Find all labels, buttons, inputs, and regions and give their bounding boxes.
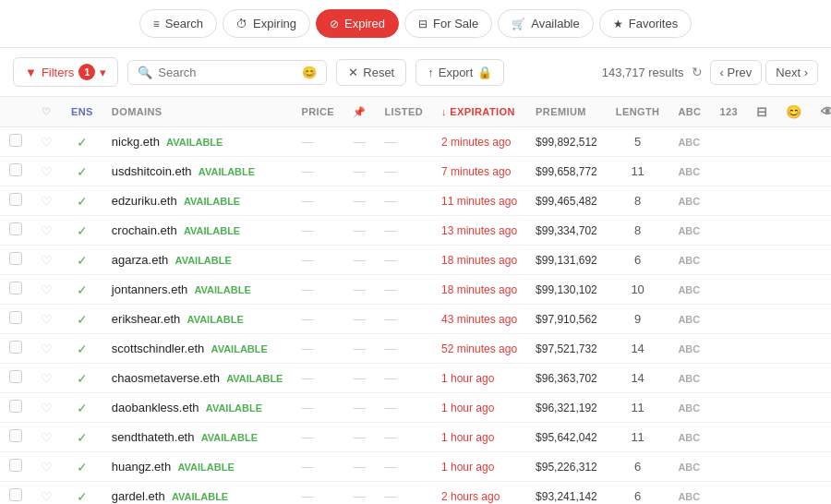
col-expiration[interactable]: ↓ EXPIRATION xyxy=(432,97,526,127)
row-domain-name[interactable]: erikshear.eth xyxy=(112,312,180,326)
row-checkbox[interactable] xyxy=(9,311,22,324)
row-eye-cell xyxy=(812,275,831,305)
next-button[interactable]: Next › xyxy=(765,60,818,85)
row-heart-icon[interactable]: ♡ xyxy=(41,223,53,238)
tab-favorites[interactable]: ★ Favorites xyxy=(599,9,692,38)
reset-button[interactable]: ✕ Reset xyxy=(336,59,406,86)
row-length-cell: 6 xyxy=(607,246,669,275)
row-checkbox[interactable] xyxy=(9,282,22,294)
col-price[interactable]: PRICE xyxy=(292,97,343,127)
prev-button[interactable]: ‹ Prev xyxy=(710,60,763,85)
row-domain-name[interactable]: jontanners.eth xyxy=(112,282,187,296)
row-length-value: 8 xyxy=(634,194,641,208)
export-button[interactable]: ↑ Export 🔒 xyxy=(416,59,504,86)
row-heart-icon[interactable]: ♡ xyxy=(41,371,53,386)
tab-expired[interactable]: ⊘ Expired xyxy=(316,9,399,38)
row-checkbox[interactable] xyxy=(9,341,22,354)
row-abc-cell: ABC xyxy=(668,393,710,423)
row-expiration-cell: 2 minutes ago xyxy=(432,127,526,157)
row-checkbox[interactable] xyxy=(9,252,22,265)
export-icon: ↑ xyxy=(428,66,434,79)
row-domain-name[interactable]: agarza.eth xyxy=(112,253,168,267)
table-row: ♡ ✓ huangz.eth AVAILABLE — — — 1 hour ag… xyxy=(0,452,831,482)
row-checkbox[interactable] xyxy=(9,222,22,235)
row-checkbox[interactable] xyxy=(9,429,22,442)
row-premium-value: $96,321,192 xyxy=(536,402,597,414)
row-abc-cell: ABC xyxy=(668,364,710,393)
row-checkbox[interactable] xyxy=(9,400,22,413)
tab-expiring[interactable]: ⏱ Expiring xyxy=(223,9,310,38)
row-checkbox[interactable] xyxy=(9,134,22,147)
row-heart-icon[interactable]: ♡ xyxy=(41,282,53,297)
tab-expired-label: Expired xyxy=(344,17,385,30)
filter-button[interactable]: ▼ Filters 1 ▾ xyxy=(13,57,118,87)
row-heart-icon[interactable]: ♡ xyxy=(41,312,53,327)
row-domain-name[interactable]: chaosmetaverse.eth xyxy=(112,371,220,385)
refresh-icon[interactable]: ↻ xyxy=(692,65,703,79)
row-heart-cell: ♡ xyxy=(31,246,62,275)
emoji-picker-icon[interactable]: 😊 xyxy=(302,66,317,79)
row-checkbox[interactable] xyxy=(9,488,22,501)
row-domain-name[interactable]: daobankless.eth xyxy=(112,401,199,414)
col-emoji[interactable]: 😊 xyxy=(777,97,811,127)
row-premium-value: $97,910,562 xyxy=(536,313,597,326)
row-abc-value: ABC xyxy=(678,166,700,177)
row-heart-icon[interactable]: ♡ xyxy=(41,430,53,445)
expired-icon: ⊘ xyxy=(330,18,339,30)
row-abc-value: ABC xyxy=(678,432,700,443)
row-checkbox[interactable] xyxy=(9,193,22,206)
row-heart-icon[interactable]: ♡ xyxy=(41,460,53,474)
row-heart-icon[interactable]: ♡ xyxy=(41,135,53,150)
row-domain-name[interactable]: crochain.eth xyxy=(112,223,177,237)
row-emoji-cell xyxy=(777,305,811,334)
row-listed: — xyxy=(384,312,396,326)
row-eye-cell xyxy=(812,216,831,246)
row-checkbox[interactable] xyxy=(9,163,22,176)
table-row: ♡ ✓ sendthateth.eth AVAILABLE — — — 1 ho… xyxy=(0,423,831,452)
search-icon: ≡ xyxy=(153,18,160,30)
row-domain-name[interactable]: usdshitcoin.eth xyxy=(112,164,192,178)
row-domain-name[interactable]: nickg.eth xyxy=(112,135,160,149)
row-pin-cell: — xyxy=(343,393,375,423)
row-heart-cell: ♡ xyxy=(31,186,62,216)
tab-for-sale[interactable]: ⊟ For Sale xyxy=(404,9,492,38)
row-heart-icon[interactable]: ♡ xyxy=(41,194,53,209)
col-abc[interactable]: ABC xyxy=(668,97,710,127)
row-special-cell xyxy=(747,393,777,423)
row-num-cell xyxy=(710,393,747,423)
tab-search[interactable]: ≡ Search xyxy=(139,9,217,38)
row-domain-name[interactable]: sendthateth.eth xyxy=(112,430,195,444)
col-domains[interactable]: DOMAINS xyxy=(102,97,293,127)
search-input[interactable] xyxy=(158,66,296,79)
row-price: — xyxy=(301,401,313,414)
row-domain-name[interactable]: scottschindler.eth xyxy=(112,342,204,355)
row-heart-icon[interactable]: ♡ xyxy=(41,342,53,356)
row-length-value: 5 xyxy=(634,135,641,149)
row-heart-icon[interactable]: ♡ xyxy=(41,253,53,268)
col-premium[interactable]: PREMIUM xyxy=(526,97,607,127)
row-domain-cell: erikshear.eth AVAILABLE xyxy=(102,305,293,334)
col-special[interactable]: ⊟ xyxy=(747,97,777,127)
row-domain-name[interactable]: gardel.eth xyxy=(112,489,165,503)
row-pin-icon: — xyxy=(354,135,366,149)
row-status-badge: AVAILABLE xyxy=(187,314,244,325)
row-status-badge: AVAILABLE xyxy=(177,462,234,473)
row-ens-cell: ✓ xyxy=(62,305,102,334)
row-expiration-cell: 1 hour ago xyxy=(432,364,526,393)
row-heart-icon[interactable]: ♡ xyxy=(41,164,53,179)
row-checkbox[interactable] xyxy=(9,459,22,472)
row-listed: — xyxy=(384,194,396,208)
row-listed-cell: — xyxy=(375,452,432,482)
col-listed[interactable]: LISTED xyxy=(375,97,432,127)
row-num-cell xyxy=(710,246,747,275)
row-expiration-cell: 52 minutes ago xyxy=(432,334,526,364)
col-123[interactable]: 123 xyxy=(710,97,747,127)
row-checkbox[interactable] xyxy=(9,370,22,383)
row-heart-icon[interactable]: ♡ xyxy=(41,401,53,415)
tab-available[interactable]: 🛒 Available xyxy=(498,9,594,38)
col-eye[interactable]: 👁 xyxy=(812,97,831,127)
row-domain-name[interactable]: edzuriku.eth xyxy=(112,194,177,208)
row-heart-icon[interactable]: ♡ xyxy=(41,489,53,504)
row-domain-name[interactable]: huangz.eth xyxy=(112,460,171,474)
col-length[interactable]: LENGTH xyxy=(607,97,669,127)
